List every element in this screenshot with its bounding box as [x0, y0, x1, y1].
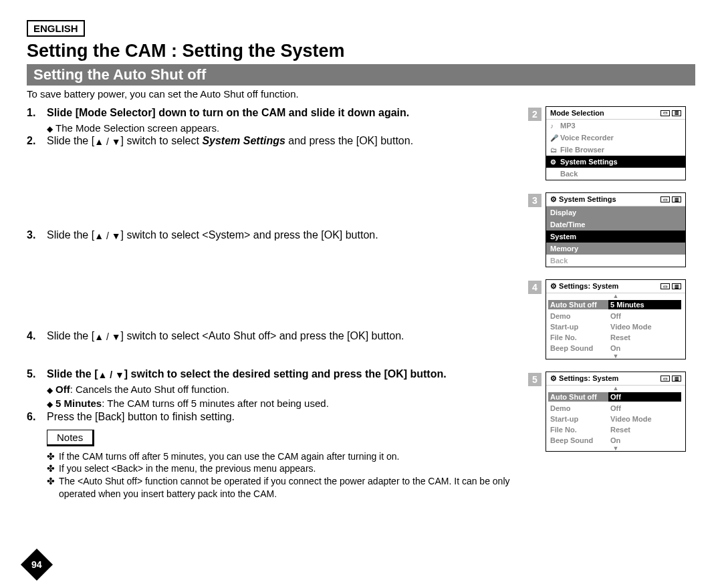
page-number-badge: 94	[21, 549, 53, 581]
step-text-pre: Slide the [	[47, 330, 94, 341]
battery-icon: ▥	[672, 376, 681, 382]
language-label: ENGLISH	[27, 20, 85, 37]
main-title: Setting the CAM : Setting the System	[27, 41, 695, 61]
setting-row: File No.Reset	[546, 424, 685, 435]
setting-row: File No.Reset	[546, 332, 685, 343]
card-icon: ▭	[660, 110, 670, 116]
scroll-down-icon: ▼	[546, 446, 685, 451]
screen-number-badge: 3	[528, 194, 542, 207]
screenshots-column: 2 Mode Selection ▭▥ ♪MP3🎤Voice Recorder🗂…	[528, 106, 695, 500]
section-title-bar: Setting the Auto Shut off	[27, 64, 695, 86]
setting-value: On	[610, 344, 681, 352]
screen-number-badge: 4	[528, 281, 542, 294]
menu-item-label: Display	[550, 208, 576, 216]
step-text-mid: ] switch to select the desired setting a…	[124, 368, 447, 380]
setting-value: Off	[608, 392, 681, 402]
up-down-arrow-icon: ▲ / ▼	[94, 331, 120, 342]
menu-item: Memory	[546, 243, 685, 255]
step-text-mid: ] switch to select <System> and press th…	[121, 229, 378, 241]
setting-key: Demo	[550, 404, 610, 412]
menu-item-label: Date/Time	[550, 220, 585, 229]
system-settings-screen: ⚙ System Settings ▭▥ DisplayDate/TimeSys…	[546, 192, 686, 267]
settings-system-screen: ⚙ Settings: System ▭▥ ▲ Auto Shut offOff…	[546, 372, 686, 452]
setting-value: Reset	[610, 333, 681, 341]
setting-row: Start-upVideo Mode	[546, 414, 685, 424]
menu-item-label: Back	[550, 257, 568, 265]
up-down-arrow-icon: ▲ / ▼	[94, 231, 120, 241]
step-text-pre: Slide the [	[47, 135, 94, 146]
step-5: 5. Slide the [▲ / ▼] switch to select th…	[27, 368, 523, 410]
menu-item-label: System	[550, 233, 576, 241]
mode-selection-screen: Mode Selection ▭▥ ♪MP3🎤Voice Recorder🗂Fi…	[546, 106, 686, 180]
setting-row: Beep SoundOn	[546, 343, 685, 353]
setting-key: Auto Shut off	[548, 392, 608, 402]
screen-title: Settings: System	[559, 374, 618, 382]
status-indicators: ▭▥	[660, 110, 681, 116]
screen-number-badge: 5	[528, 373, 542, 386]
scroll-up-icon: ▲	[546, 386, 685, 391]
step-number: 3.	[27, 229, 47, 243]
step-text: Press the [Back] button to finish settin…	[47, 410, 523, 424]
step-text-pre: Slide the [	[47, 368, 98, 380]
menu-item-icon: ♪	[550, 122, 557, 130]
menu-item: 🗂File Browser	[546, 144, 685, 156]
step-text-mid: ] switch to select <Auto Shut off> and p…	[121, 330, 404, 341]
menu-item-label: Memory	[550, 245, 578, 253]
screen-title: System Settings	[559, 195, 616, 203]
card-icon: ▭	[660, 376, 670, 382]
setting-value: On	[610, 436, 681, 444]
battery-icon: ▥	[672, 196, 681, 202]
screen-4-block: 4 ⚙ Settings: System ▭▥ ▲ Auto Shut off5…	[528, 279, 695, 359]
scroll-down-icon: ▼	[546, 353, 685, 359]
status-indicators: ▭▥	[660, 283, 681, 289]
menu-item: Date/Time	[546, 218, 685, 231]
step-text-italic: System Settings	[202, 135, 285, 146]
step-text-post: and press the [OK] button.	[285, 135, 413, 146]
step-number: 4.	[27, 329, 47, 343]
screen-title: Settings: System	[559, 282, 618, 290]
setting-row: Beep SoundOn	[546, 435, 685, 446]
notes-list: ✤If the CAM turns off after 5 minutes, y…	[47, 450, 523, 501]
step-text: Slide [Mode Selector] down to turn on th…	[47, 107, 409, 118]
menu-item: Back	[546, 255, 685, 267]
note-item: If you select <Back> in the menu, the pr…	[59, 462, 316, 475]
option-5min-label: 5 Minutes	[55, 398, 102, 409]
battery-icon: ▥	[672, 110, 681, 116]
setting-value: Video Mode	[610, 323, 681, 331]
card-icon: ▭	[660, 283, 670, 289]
setting-row: Auto Shut off5 Minutes	[546, 299, 685, 311]
step-6: 6. Press the [Back] button to finish set…	[27, 410, 523, 424]
setting-row: Start-upVideo Mode	[546, 321, 685, 332]
screen-5-block: 5 ⚙ Settings: System ▭▥ ▲ Auto Shut offO…	[528, 372, 695, 452]
step-2: 2. Slide the [▲ / ▼] switch to select Sy…	[27, 134, 523, 148]
setting-value: Reset	[610, 426, 681, 434]
menu-item: Display	[546, 206, 685, 218]
setting-key: Beep Sound	[550, 344, 610, 352]
notes-label: Notes	[47, 430, 94, 446]
setting-value: 5 Minutes	[608, 300, 681, 309]
screen-number-badge: 2	[528, 108, 542, 121]
note-item: If the CAM turns off after 5 minutes, yo…	[59, 450, 399, 463]
battery-icon: ▥	[672, 283, 681, 289]
note-item: The <Auto Shut off> function cannot be o…	[59, 475, 523, 500]
menu-item-label: Back	[560, 170, 578, 178]
settings-system-screen: ⚙ Settings: System ▭▥ ▲ Auto Shut off5 M…	[546, 279, 686, 359]
intro-text: To save battery power, you can set the A…	[27, 88, 695, 100]
gear-icon: ⚙	[550, 374, 557, 382]
up-down-arrow-icon: ▲ / ▼	[94, 136, 120, 147]
setting-row: DemoOff	[546, 403, 685, 414]
menu-item: 🎤Voice Recorder	[546, 132, 685, 144]
step-text-pre: Slide the [	[47, 229, 94, 241]
setting-value: Off	[610, 404, 681, 412]
card-icon: ▭	[660, 196, 670, 202]
setting-row: DemoOff	[546, 311, 685, 321]
status-indicators: ▭▥	[660, 196, 681, 202]
screen-title: Mode Selection	[550, 109, 604, 117]
step-1: 1. Slide [Mode Selector] down to turn on…	[27, 106, 523, 134]
setting-key: Auto Shut off	[548, 300, 608, 309]
gear-icon: ⚙	[550, 282, 557, 290]
scroll-up-icon: ▲	[546, 293, 685, 299]
menu-item: System	[546, 231, 685, 243]
screen-2-block: 2 Mode Selection ▭▥ ♪MP3🎤Voice Recorder🗂…	[528, 106, 695, 180]
menu-item-icon: 🎤	[550, 134, 557, 142]
